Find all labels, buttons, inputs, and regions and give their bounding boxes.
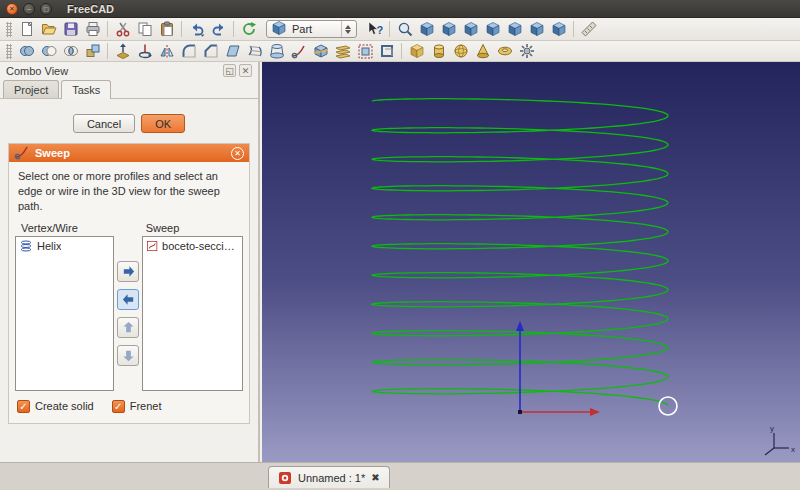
file-icon-group [16, 19, 103, 39]
move-left-button[interactable] [117, 289, 139, 310]
refresh-icon[interactable] [238, 19, 259, 39]
chamfer-icon[interactable] [200, 41, 221, 61]
make-face-icon[interactable] [222, 41, 243, 61]
mirror-icon[interactable] [156, 41, 177, 61]
arrow-up-icon [121, 320, 136, 335]
dock-float-icon[interactable]: ◱ [223, 64, 236, 77]
fillet-icon[interactable] [178, 41, 199, 61]
section-icon[interactable] [310, 41, 331, 61]
document-tab[interactable]: Unnamed : 1* [268, 466, 390, 488]
sweep-task-description: Select one or more profiles and select a… [9, 162, 249, 217]
loft-icon[interactable] [266, 41, 287, 61]
document-tab-close-icon[interactable] [371, 472, 379, 483]
axonometric-icon[interactable] [416, 19, 437, 39]
print-icon[interactable] [82, 19, 103, 39]
3d-viewport[interactable]: x y [262, 62, 800, 462]
cross-sections-icon[interactable] [332, 41, 353, 61]
solid-cone-icon[interactable] [472, 41, 493, 61]
window-title: FreeCAD [67, 3, 114, 15]
vertex-wire-listbox[interactable]: Helix [15, 236, 114, 391]
view-left-icon[interactable] [548, 19, 569, 39]
list-item[interactable]: Helix [16, 237, 113, 255]
document-new-icon[interactable] [16, 19, 37, 39]
arrow-right-icon [121, 264, 136, 279]
tab-project[interactable]: Project [3, 80, 59, 98]
solid-torus-icon[interactable] [494, 41, 515, 61]
sweep-task-close-icon[interactable] [231, 147, 244, 160]
transfer-buttons [114, 236, 141, 391]
solid-sphere-icon[interactable] [450, 41, 471, 61]
view-right-icon[interactable] [482, 19, 503, 39]
sweep-listbox[interactable]: boceto-seccion-... [142, 236, 243, 391]
boolean-cut-icon[interactable] [38, 41, 59, 61]
revolve-icon[interactable] [134, 41, 155, 61]
list-labels: Vertex/Wire Sweep [9, 217, 249, 236]
document-save-icon[interactable] [60, 19, 81, 39]
thickness-icon[interactable] [376, 41, 397, 61]
list-item-label: Helix [37, 240, 61, 252]
combo-view-title: Combo View [6, 65, 68, 77]
boolean-icon-group [16, 41, 103, 61]
view-front-icon[interactable] [438, 19, 459, 39]
workbench-selector[interactable]: Part [266, 20, 357, 38]
view-top-icon[interactable] [460, 19, 481, 39]
titlebar: FreeCAD [0, 0, 800, 18]
whats-this-icon[interactable]: ? [364, 19, 385, 39]
toolbar-grip[interactable] [6, 44, 12, 59]
solid-box-icon[interactable] [406, 41, 427, 61]
shape-builder-icon[interactable] [516, 41, 537, 61]
window-minimize-button[interactable] [23, 3, 35, 15]
sweep-list-label: Sweep [142, 222, 243, 234]
cancel-button[interactable]: Cancel [73, 114, 135, 133]
dock-close-icon[interactable]: ✕ [239, 64, 252, 77]
toolbar-separator [107, 21, 108, 37]
view-rear-icon[interactable] [504, 19, 525, 39]
list-item-label: boceto-seccion-... [162, 240, 239, 252]
fit-all-icon[interactable] [394, 19, 415, 39]
vertex-wire-label: Vertex/Wire [15, 222, 114, 234]
undo-icon[interactable] [186, 19, 207, 39]
task-dialog-buttons: Cancel OK [0, 100, 258, 143]
toolbar-separator [401, 43, 402, 59]
compound-icon[interactable] [82, 41, 103, 61]
edit-cut-icon[interactable] [112, 19, 133, 39]
help-group: ? [364, 19, 385, 39]
frenet-label: Frenet [130, 400, 162, 412]
list-item[interactable]: boceto-seccion-... [143, 237, 242, 255]
edit-paste-icon[interactable] [156, 19, 177, 39]
3d-scene[interactable]: x y [262, 62, 800, 462]
offset-icon[interactable] [354, 41, 375, 61]
extrude-icon[interactable] [112, 41, 133, 61]
edit-copy-icon[interactable] [134, 19, 155, 39]
create-solid-checkbox[interactable]: Create solid [17, 400, 94, 413]
sweep-lists: Helix [9, 236, 249, 391]
move-right-button[interactable] [117, 261, 139, 282]
main-toolbar: Part ? [0, 18, 800, 41]
selection-highlight-circle [659, 397, 677, 415]
corner-axis-indicator: x y [765, 424, 795, 455]
move-up-button[interactable] [117, 317, 139, 338]
redo-icon[interactable] [208, 19, 229, 39]
document-open-icon[interactable] [38, 19, 59, 39]
combo-view-header: Combo View ◱ ✕ [0, 62, 258, 79]
sweep-icon[interactable] [288, 41, 309, 61]
ok-button[interactable]: OK [141, 114, 185, 133]
view-bottom-icon[interactable] [526, 19, 547, 39]
boolean-union-icon[interactable] [16, 41, 37, 61]
ruled-surface-icon[interactable] [244, 41, 265, 61]
measure-distance-icon[interactable] [578, 19, 599, 39]
arrow-down-icon [121, 348, 136, 363]
move-down-button[interactable] [117, 345, 139, 366]
window-close-button[interactable] [6, 3, 18, 15]
combo-spinner-icon[interactable] [341, 21, 354, 37]
toolbar-grip[interactable] [6, 22, 12, 37]
window-maximize-button[interactable] [40, 3, 52, 15]
tab-tasks[interactable]: Tasks [61, 80, 111, 99]
boolean-intersection-icon[interactable] [60, 41, 81, 61]
svg-text:?: ? [376, 24, 383, 36]
solid-cylinder-icon[interactable] [428, 41, 449, 61]
frenet-checkbox[interactable]: Frenet [112, 400, 162, 413]
refresh-group [238, 19, 259, 39]
toolbar-separator [181, 21, 182, 37]
create-solid-label: Create solid [35, 400, 94, 412]
